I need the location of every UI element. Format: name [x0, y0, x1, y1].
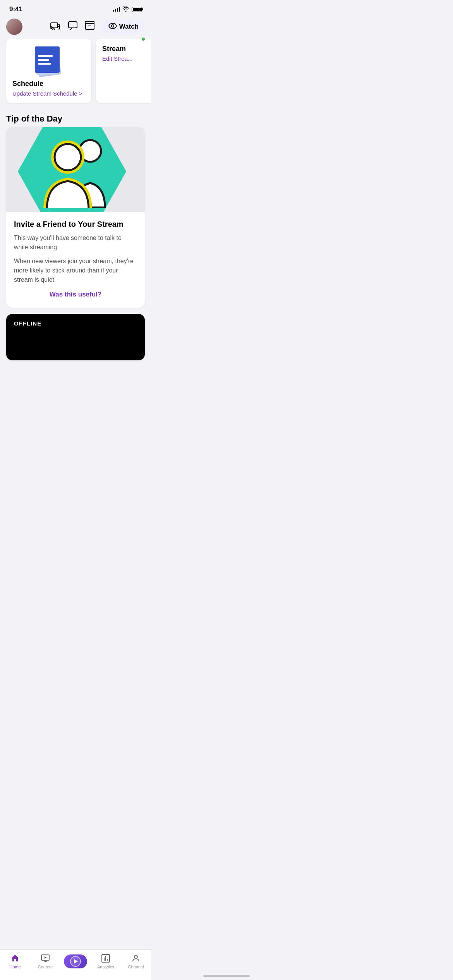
offline-banner: OFFLINE	[6, 314, 145, 360]
svg-point-7	[112, 25, 114, 27]
tip-card-image	[6, 127, 145, 212]
wifi-icon	[122, 6, 129, 13]
eye-icon	[108, 23, 117, 31]
watch-button[interactable]: Watch	[102, 20, 145, 34]
tip-paragraph-1: This way you'll have someone to talk to …	[14, 233, 137, 252]
cast-icon[interactable]	[50, 21, 60, 32]
status-bar: 9:41	[0, 0, 151, 16]
status-icons	[113, 6, 142, 13]
chat-icon[interactable]	[68, 21, 77, 32]
stream-card[interactable]: Stream Edit Strea...	[96, 39, 151, 103]
stream-card-title: Stream	[102, 45, 151, 53]
avatar[interactable]	[6, 19, 22, 35]
archive-icon[interactable]	[85, 21, 94, 32]
nav-icons: Watch	[50, 20, 145, 34]
tip-card-body: Invite a Friend to Your Stream This way …	[6, 212, 145, 308]
people-silhouette	[25, 131, 126, 208]
tip-useful-link[interactable]: Was this useful?	[14, 291, 137, 298]
battery-icon	[132, 7, 142, 12]
schedule-card-icon-area	[12, 45, 85, 76]
svg-rect-5	[85, 22, 94, 24]
stream-card-link[interactable]: Edit Strea...	[102, 55, 151, 62]
tip-card: Invite a Friend to Your Stream This way …	[6, 127, 145, 308]
tip-paragraph-2: When new viewers join your stream, they'…	[14, 257, 137, 284]
tip-section-header: Tip of the Day	[0, 109, 151, 127]
live-indicator	[142, 38, 145, 41]
tip-section-title: Tip of the Day	[6, 114, 145, 124]
schedule-card-link[interactable]: Update Stream Schedule >	[12, 90, 85, 97]
cards-row[interactable]: Schedule Update Stream Schedule > Stream…	[0, 39, 151, 109]
top-nav: Watch	[0, 16, 151, 39]
status-time: 9:41	[9, 5, 22, 13]
schedule-card[interactable]: Schedule Update Stream Schedule >	[6, 39, 91, 103]
schedule-card-title: Schedule	[12, 80, 85, 88]
watch-label: Watch	[119, 23, 139, 31]
scroll-content: Schedule Update Stream Schedule > Stream…	[0, 39, 151, 401]
svg-point-10	[55, 144, 81, 170]
offline-card: OFFLINE	[6, 314, 145, 360]
svg-rect-3	[69, 22, 77, 28]
offline-label: OFFLINE	[14, 320, 41, 327]
signal-icon	[113, 7, 120, 12]
tip-card-title: Invite a Friend to Your Stream	[14, 220, 137, 229]
